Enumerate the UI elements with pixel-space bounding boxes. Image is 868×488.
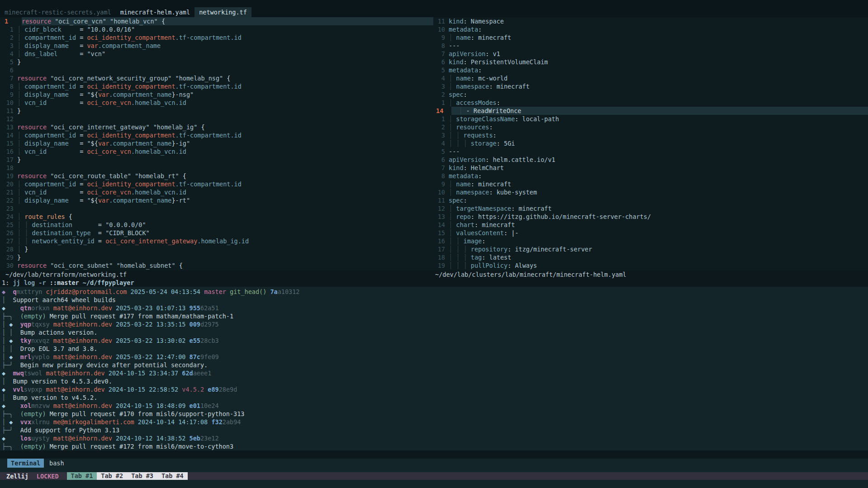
code-line[interactable]: 12│ targetNamespace: minecraft — [433, 204, 868, 213]
code-line[interactable]: 27│ │ network_entity_id = oci_core_inter… — [0, 237, 433, 245]
log-line[interactable]: │ Support aarch64 wheel builds — [0, 296, 868, 304]
code-line[interactable]: 29} — [0, 253, 433, 261]
code-line[interactable]: 14│ compartment_id = oci_identity_compar… — [0, 131, 433, 139]
code-line[interactable]: 9│ name: minecraft — [433, 33, 868, 42]
code-line[interactable]: 19│ │ │ pullPolicy: Always — [433, 261, 868, 270]
code-line[interactable]: 1│ accessModes: — [433, 99, 868, 107]
code-line[interactable]: 13resource "oci_core_internet_gateway" "… — [0, 123, 433, 131]
right-editor-pane[interactable]: 11kind: Namespace10metadata:9│ name: min… — [433, 17, 868, 270]
zellij-tab-2[interactable]: Tab #2 — [97, 472, 127, 480]
code-line[interactable]: 25│ │ destination = "0.0.0.0/0" — [0, 221, 433, 229]
code-line[interactable]: 5} — [0, 58, 433, 66]
log-line[interactable]: │ ◆ vvxxlrnu me@mirkogalimberti.com 2024… — [0, 418, 868, 426]
buffer-tab-networking.tf[interactable]: networking.tf — [194, 7, 251, 17]
code-line[interactable]: 19resource "oci_core_route_table" "homel… — [0, 172, 433, 180]
code-line[interactable]: 8metadata: — [433, 172, 868, 180]
code-line[interactable]: 18│ │ │ tag: latest — [433, 253, 868, 261]
code-line[interactable]: 20│ compartment_id = oci_identity_compar… — [0, 180, 433, 188]
log-line[interactable]: │ ◆ yqptqxsy matt@einhorn.dev 2025-03-22… — [0, 320, 868, 328]
code-line[interactable]: 10│ vcn_id = oci_core_vcn.homelab_vcn.id — [0, 99, 433, 107]
zellij-tab-3[interactable]: Tab #3 — [127, 472, 157, 480]
code-line[interactable]: 17│ │ │ repository: itzg/minecraft-serve… — [433, 245, 868, 253]
code-line[interactable]: 16│ │ image: — [433, 237, 868, 245]
left-editor-pane[interactable]: 1resource "oci_core_vcn" "homelab_vcn" {… — [0, 17, 433, 270]
code-line[interactable]: 10metadata: — [433, 25, 868, 33]
zellij-tab-1[interactable]: Tab #1 — [67, 472, 97, 480]
code-line[interactable]: 16│ vcn_id = oci_core_vcn.homelab_vcn.id — [0, 147, 433, 156]
code-line[interactable]: 2│ compartment_id = oci_identity_compart… — [0, 33, 433, 42]
code-line[interactable]: 2spec: — [433, 90, 868, 99]
log-line[interactable]: ◆ qtnorkxn matt@einhorn.dev 2025-03-23 0… — [0, 304, 868, 312]
terminal-tab-bash[interactable]: bash — [44, 459, 70, 468]
code-text: │ vcn_id = oci_core_vcn.homelab_vcn.id — [17, 99, 433, 107]
text-segment: ├─╮ — [2, 443, 13, 450]
code-line[interactable]: 9│ name: minecraft — [433, 180, 868, 188]
code-line[interactable]: 3│ │ requests: — [433, 131, 868, 139]
code-line[interactable]: 26│ │ destination_type = "CIDR_BLOCK" — [0, 229, 433, 237]
log-line[interactable]: ◆ qmxttryn cjriddz@protonmail.com 2025-0… — [0, 288, 868, 296]
code-line[interactable]: 28│ } — [0, 245, 433, 253]
code-line[interactable]: 21│ vcn_id = oci_core_vcn.homelab_vcn.id — [0, 188, 433, 196]
text-segment: ~/d/ffpyplayer — [83, 279, 134, 286]
code-line[interactable]: 18 — [0, 164, 433, 172]
code-line[interactable]: 2│ resources: — [433, 123, 868, 131]
log-line[interactable]: ◆ mwqtswol matt@einhorn.dev 2024-10-15 2… — [0, 369, 868, 377]
code-line[interactable]: 30resource "oci_core_subnet" "homelab_su… — [0, 261, 433, 270]
text-segment: resource — [22, 18, 51, 25]
log-line[interactable]: │ │ Bump actions version. — [0, 328, 868, 336]
code-line[interactable]: 14 │ - ReadWriteOnce — [433, 107, 868, 115]
code-line[interactable]: 5metadata: — [433, 66, 868, 74]
code-line[interactable]: 24│ route_rules { — [0, 213, 433, 221]
code-line[interactable]: 6kind: PersistentVolumeClaim — [433, 58, 868, 66]
code-line[interactable]: 22│ display_name = "${var.compartment_na… — [0, 196, 433, 204]
log-line[interactable]: │ ◆ mrlyvplo matt@einhorn.dev 2025-03-22… — [0, 353, 868, 361]
code-line[interactable]: 11spec: — [433, 196, 868, 204]
code-line[interactable]: 3│ display_name = var.compartment_name — [0, 42, 433, 50]
code-line[interactable]: 4│ │ │ storage: 5Gi — [433, 139, 868, 147]
code-line[interactable]: 15│ valuesContent: |- — [433, 229, 868, 237]
code-line[interactable]: 7kind: HelmChart — [433, 164, 868, 172]
log-line[interactable]: ├─╮ (empty) Merge pull request #172 from… — [0, 442, 868, 450]
code-line[interactable]: 10│ namespace: kube-system — [433, 188, 868, 196]
terminal-pane[interactable]: ◆ qmxttryn cjriddz@protonmail.com 2025-0… — [0, 287, 868, 450]
log-line[interactable]: ├─╯ Begin new primary device after poten… — [0, 361, 868, 369]
code-line[interactable]: 8--- — [433, 42, 868, 50]
code-line[interactable]: 1resource "oci_core_vcn" "homelab_vcn" { — [0, 17, 433, 25]
code-line[interactable]: 12 — [0, 115, 433, 123]
log-line[interactable]: ├─╯ Add support for Python 3.13 — [0, 426, 868, 434]
log-line[interactable]: ├─╮ (empty) Merge pull request #177 from… — [0, 312, 868, 320]
code-line[interactable]: 7resource "oci_core_network_security_gro… — [0, 74, 433, 82]
code-line[interactable]: 23 — [0, 204, 433, 213]
code-line[interactable]: 4│ dns_label = "vcn" — [0, 50, 433, 58]
code-line[interactable]: 1│ cidr_block = "10.0.0.0/16" — [0, 25, 433, 33]
code-line[interactable]: 7apiVersion: v1 — [433, 50, 868, 58]
code-line[interactable]: 5--- — [433, 147, 868, 156]
code-line[interactable]: 11kind: Namespace — [433, 17, 868, 25]
log-line[interactable]: │ Bump version to 4.5.3.dev0. — [0, 377, 868, 385]
code-line[interactable]: 17} — [0, 156, 433, 164]
log-line[interactable]: ◆ losuysty matt@einhorn.dev 2024-10-12 1… — [0, 434, 868, 442]
code-line[interactable]: 4│ name: mc-world — [433, 74, 868, 82]
log-line[interactable]: │ │ Drop EOL 3.7 and 3.8. — [0, 345, 868, 353]
code-line[interactable]: 6apiVersion: helm.cattle.io/v1 — [433, 156, 868, 164]
log-line[interactable]: ├─╮ (empty) Merge pull request #170 from… — [0, 410, 868, 418]
code-line[interactable]: 11} — [0, 107, 433, 115]
terminal-tab-active[interactable]: Terminal — [7, 459, 44, 468]
log-line[interactable]: │ Bump version to v4.5.2. — [0, 393, 868, 402]
log-line[interactable]: │ ◆ tkynxvqz matt@einhorn.dev 2025-03-22… — [0, 336, 868, 345]
zellij-tab-4[interactable]: Tab #4 — [157, 472, 188, 480]
code-line[interactable]: 8│ compartment_id = oci_identity_compart… — [0, 82, 433, 90]
code-line[interactable]: 14│ chart: minecraft — [433, 221, 868, 229]
code-line[interactable]: 6 — [0, 66, 433, 74]
code-line[interactable]: 15│ display_name = "${var.compartment_na… — [0, 139, 433, 147]
code-line[interactable]: 9│ display_name = "${var.compartment_nam… — [0, 90, 433, 99]
code-line[interactable]: 3│ namespace: minecraft — [433, 82, 868, 90]
buffer-tab-minecraft-helm.yaml[interactable]: minecraft-helm.yaml — [116, 7, 194, 17]
log-line[interactable]: ◆ vvlsvpxp matt@einhorn.dev 2024-10-15 2… — [0, 385, 868, 393]
code-line[interactable]: 1│ storageClassName: local-path — [433, 115, 868, 123]
code-line[interactable]: 13│ repo: https://itzg.github.io/minecra… — [433, 213, 868, 221]
log-file-prompt[interactable]: log file: — [0, 450, 868, 459]
buffer-tab-minecraft-restic-secrets.yaml[interactable]: minecraft-restic-secrets.yaml — [0, 7, 116, 17]
text-segment: matt@einhorn.dev — [46, 386, 105, 393]
log-line[interactable]: ◆ xolmnzvw matt@einhorn.dev 2024-10-15 1… — [0, 402, 868, 410]
